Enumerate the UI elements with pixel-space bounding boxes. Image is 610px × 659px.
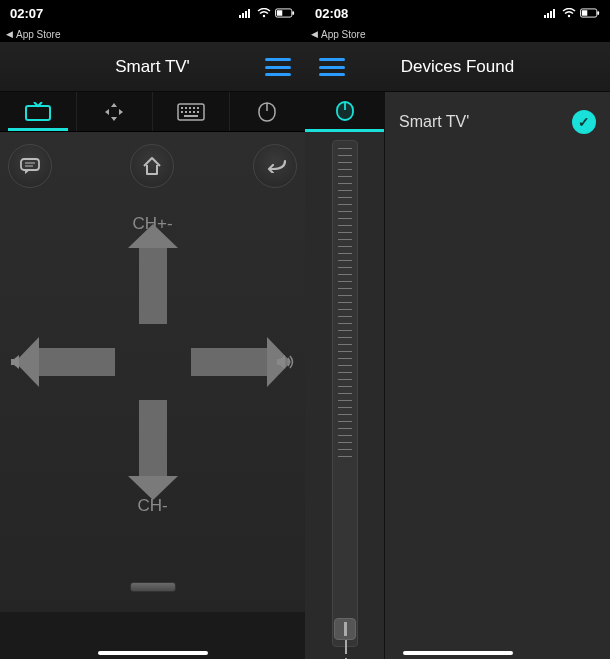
phone-left-screen: 02:07 ◀App Store Smart TV' xyxy=(0,0,305,659)
svg-rect-1 xyxy=(242,13,244,18)
menu-button[interactable] xyxy=(265,58,291,76)
tab-bar xyxy=(0,92,305,132)
svg-point-30 xyxy=(568,15,570,17)
home-indicator[interactable] xyxy=(403,651,513,655)
home-button[interactable] xyxy=(130,144,174,188)
svg-rect-20 xyxy=(184,115,198,117)
dpad: CH+- CH- xyxy=(13,222,293,502)
svg-rect-3 xyxy=(248,9,250,18)
subtitles-button[interactable] xyxy=(8,144,52,188)
svg-rect-10 xyxy=(181,107,183,109)
svg-rect-0 xyxy=(239,15,241,18)
svg-rect-14 xyxy=(197,107,199,109)
tab-dpad[interactable] xyxy=(77,92,154,131)
svg-rect-26 xyxy=(544,15,546,18)
header-title: Smart TV' xyxy=(115,57,190,77)
svg-rect-19 xyxy=(197,111,199,113)
tab-keyboard[interactable] xyxy=(153,92,230,131)
tab-mouse[interactable] xyxy=(230,92,306,131)
header-title: Devices Found xyxy=(401,57,514,77)
device-list: Smart TV' ✓ xyxy=(385,92,610,659)
menu-button[interactable] xyxy=(319,58,345,76)
cellular-icon xyxy=(544,6,558,21)
svg-rect-8 xyxy=(26,106,50,120)
status-bar: 02:08 xyxy=(305,0,610,26)
slider-knob[interactable] xyxy=(334,618,356,640)
volume-up-icon[interactable] xyxy=(275,353,297,371)
device-name: Smart TV' xyxy=(399,113,469,131)
device-row[interactable]: Smart TV' ✓ xyxy=(399,104,596,140)
back-button[interactable] xyxy=(253,144,297,188)
drag-handle[interactable] xyxy=(130,582,176,592)
arrow-down[interactable] xyxy=(139,400,167,480)
svg-rect-23 xyxy=(21,159,39,170)
svg-rect-33 xyxy=(597,11,599,15)
arrow-up[interactable] xyxy=(139,244,167,324)
app-header: Devices Found xyxy=(305,42,610,92)
tab-mouse-active[interactable] xyxy=(305,92,384,132)
cellular-icon xyxy=(239,6,253,21)
home-indicator[interactable] xyxy=(98,651,208,655)
tab-tv[interactable] xyxy=(0,92,77,131)
svg-rect-18 xyxy=(193,111,195,113)
check-icon: ✓ xyxy=(572,110,596,134)
svg-rect-32 xyxy=(582,10,587,15)
status-bar: 02:07 xyxy=(0,0,305,26)
svg-rect-7 xyxy=(292,11,294,15)
svg-rect-11 xyxy=(185,107,187,109)
status-time: 02:08 xyxy=(315,6,348,21)
back-to-appstore[interactable]: ◀App Store xyxy=(305,26,610,42)
wifi-icon xyxy=(257,8,271,18)
svg-rect-2 xyxy=(245,11,247,18)
scroll-slider[interactable] xyxy=(332,140,358,647)
channel-down-label: CH- xyxy=(137,496,167,516)
svg-rect-15 xyxy=(181,111,183,113)
svg-rect-6 xyxy=(277,10,282,15)
svg-point-4 xyxy=(263,15,265,17)
svg-rect-12 xyxy=(189,107,191,109)
svg-rect-16 xyxy=(185,111,187,113)
wifi-icon xyxy=(562,8,576,18)
battery-icon xyxy=(275,8,295,18)
status-time: 02:07 xyxy=(10,6,43,21)
arrow-right[interactable] xyxy=(191,348,271,376)
svg-rect-29 xyxy=(553,9,555,18)
svg-rect-17 xyxy=(189,111,191,113)
phone-right-screen: 02:08 ◀App Store Devices Found xyxy=(305,0,610,659)
svg-rect-27 xyxy=(547,13,549,18)
arrow-left[interactable] xyxy=(35,348,115,376)
svg-rect-28 xyxy=(550,11,552,18)
mouse-column xyxy=(305,92,385,659)
battery-icon xyxy=(580,8,600,18)
svg-rect-13 xyxy=(193,107,195,109)
app-header: Smart TV' xyxy=(0,42,305,92)
volume-down-icon[interactable] xyxy=(9,353,27,371)
back-to-appstore[interactable]: ◀App Store xyxy=(0,26,305,42)
remote-area: CH+- CH- xyxy=(0,132,305,612)
